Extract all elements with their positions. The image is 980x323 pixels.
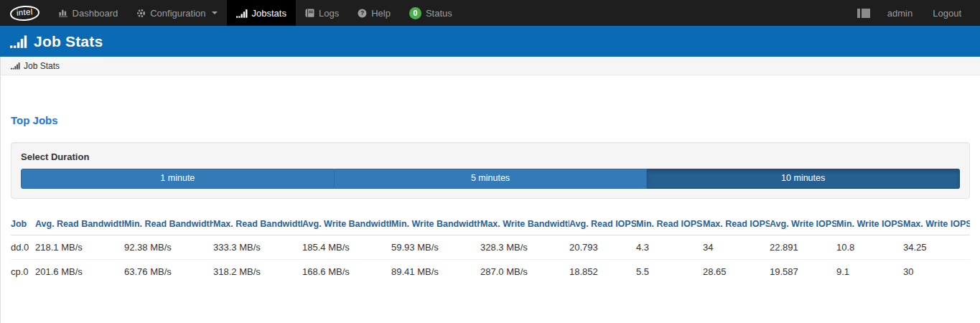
table-cell: 333.3 MB/s <box>213 235 302 259</box>
column-header-link[interactable]: Min. Read IOPS <box>636 219 702 229</box>
table-cell: 9.1 <box>836 259 903 284</box>
jobs-table-head-row: JobAvg. Read BandwidthMin. Read Bandwidt… <box>11 213 970 235</box>
column-header-link[interactable]: Max. Write IOPS <box>903 219 970 229</box>
column-header-min-write-iops: Min. Write IOPS <box>836 213 903 235</box>
chevron-down-icon <box>212 11 218 14</box>
nav-item-label: Status <box>426 8 452 19</box>
table-cell: 5.5 <box>636 259 703 284</box>
user-icon <box>857 9 870 18</box>
column-header-max-write-bandwidth: Max. Write Bandwidth <box>480 213 569 235</box>
table-cell: cp.0 <box>11 259 35 284</box>
table-cell: 34.25 <box>903 235 970 259</box>
top-navbar: intel Dashboard Configuration <box>0 0 980 26</box>
column-header-max-write-iops: Max. Write IOPS <box>903 213 970 235</box>
nav-item-configuration[interactable]: Configuration <box>127 0 226 26</box>
table-row: dd.0218.1 MB/s92.38 MB/s333.3 MB/s185.4 … <box>11 235 970 259</box>
intel-logo[interactable]: intel <box>0 0 50 26</box>
table-cell: 89.41 MB/s <box>391 259 480 284</box>
column-header-link[interactable]: Avg. Read Bandwidth <box>35 219 124 229</box>
logout-button[interactable]: Logout <box>923 0 971 26</box>
signal-icon <box>236 9 248 18</box>
nav-item-logs[interactable]: Logs <box>296 0 348 26</box>
column-header-link[interactable]: Min. Read Bandwidth <box>124 219 213 229</box>
nav-item-label: Dashboard <box>73 8 118 19</box>
column-header-max-read-bandwidth: Max. Read Bandwidth <box>213 213 302 235</box>
table-cell: 318.2 MB/s <box>213 259 302 284</box>
table-cell: 18.852 <box>569 259 636 284</box>
column-header-link[interactable]: Avg. Write Bandwidth <box>302 219 391 229</box>
nav-item-help[interactable]: ? Help <box>348 0 400 26</box>
jobs-table-body: dd.0218.1 MB/s92.38 MB/s333.3 MB/s185.4 … <box>11 235 970 284</box>
column-header-min-read-iops: Min. Read IOPS <box>636 213 703 235</box>
duration-panel-label: Select Duration <box>21 151 960 162</box>
nav-item-label: Jobstats <box>252 8 286 19</box>
duration-option-5-minutes[interactable]: 5 minutes <box>335 169 648 189</box>
svg-text:?: ? <box>360 9 364 17</box>
column-header-link[interactable]: Max. Read IOPS <box>703 219 770 229</box>
book-icon <box>305 9 314 18</box>
table-cell: 10.8 <box>836 235 903 259</box>
table-row: cp.0201.6 MB/s63.76 MB/s318.2 MB/s168.6 … <box>11 259 970 284</box>
column-header-min-read-bandwidth: Min. Read Bandwidth <box>124 213 213 235</box>
table-cell: 287.0 MB/s <box>480 259 569 284</box>
intel-logo-text: intel <box>9 4 39 21</box>
page-header: Job Stats <box>0 26 980 57</box>
column-header-avg-write-bandwidth: Avg. Write Bandwidth <box>302 213 391 235</box>
column-header-max-read-iops: Max. Read IOPS <box>703 213 770 235</box>
signal-icon <box>10 34 27 48</box>
column-header-link[interactable]: Min. Write IOPS <box>836 219 903 229</box>
gear-icon <box>136 9 146 18</box>
nav-item-status[interactable]: 0 Status <box>400 0 462 26</box>
nav-item-label: Configuration <box>150 8 205 19</box>
nav-item-label: Help <box>371 8 391 19</box>
duration-panel: Select Duration 1 minute 5 minutes 10 mi… <box>11 142 970 199</box>
column-header-link[interactable]: Avg. Read IOPS <box>569 219 636 229</box>
table-cell: 22.891 <box>770 235 836 259</box>
column-header-avg-read-iops: Avg. Read IOPS <box>569 213 636 235</box>
page-title: Job Stats <box>34 33 103 50</box>
signal-icon <box>11 62 20 70</box>
column-header-avg-write-iops: Avg. Write IOPS <box>770 213 836 235</box>
duration-option-1-minute[interactable]: 1 minute <box>21 169 335 189</box>
nav-user-admin[interactable]: admin <box>877 0 923 26</box>
jobs-table: JobAvg. Read BandwidthMin. Read Bandwidt… <box>11 213 970 284</box>
status-badge: 0 <box>409 7 421 19</box>
column-header-avg-read-bandwidth: Avg. Read Bandwidth <box>35 213 124 235</box>
page-body: Job Stats Top Jobs Select Duration 1 min… <box>0 57 980 323</box>
nav-item-label: Logs <box>319 8 339 19</box>
nav-item-dashboard[interactable]: Dashboard <box>50 0 128 26</box>
column-header-link[interactable]: Avg. Write IOPS <box>770 219 836 229</box>
breadcrumb: Job Stats <box>1 57 980 75</box>
table-cell: 30 <box>903 259 970 284</box>
table-cell: 59.93 MB/s <box>391 235 480 259</box>
table-cell: 168.6 MB/s <box>302 259 391 284</box>
duration-option-10-minutes[interactable]: 10 minutes <box>647 169 960 189</box>
column-header-link[interactable]: Max. Read Bandwidth <box>213 219 302 229</box>
column-header-link[interactable]: Min. Write Bandwidth <box>391 219 480 229</box>
table-cell: 328.3 MB/s <box>480 235 569 259</box>
duration-button-group: 1 minute 5 minutes 10 minutes <box>21 169 960 189</box>
column-header-job: Job <box>11 213 35 235</box>
table-cell: 218.1 MB/s <box>35 235 124 259</box>
table-cell: 20.793 <box>569 235 636 259</box>
table-cell: 63.76 MB/s <box>124 259 213 284</box>
breadcrumb-item-job-stats[interactable]: Job Stats <box>24 61 60 71</box>
table-cell: dd.0 <box>11 235 35 259</box>
table-cell: 28.65 <box>703 259 770 284</box>
nav-item-jobstats[interactable]: Jobstats <box>227 0 296 26</box>
table-cell: 34 <box>703 235 770 259</box>
column-header-link[interactable]: Job <box>11 219 27 229</box>
table-cell: 185.4 MB/s <box>302 235 391 259</box>
section-title: Top Jobs <box>11 114 970 126</box>
table-cell: 19.587 <box>770 259 836 284</box>
table-cell: 92.38 MB/s <box>124 235 213 259</box>
column-header-min-write-bandwidth: Min. Write Bandwidth <box>391 213 480 235</box>
column-header-link[interactable]: Max. Write Bandwidth <box>480 219 569 229</box>
bar-chart-icon <box>59 9 68 17</box>
table-cell: 4.3 <box>636 235 703 259</box>
table-cell: 201.6 MB/s <box>35 259 124 284</box>
question-icon: ? <box>358 9 367 18</box>
